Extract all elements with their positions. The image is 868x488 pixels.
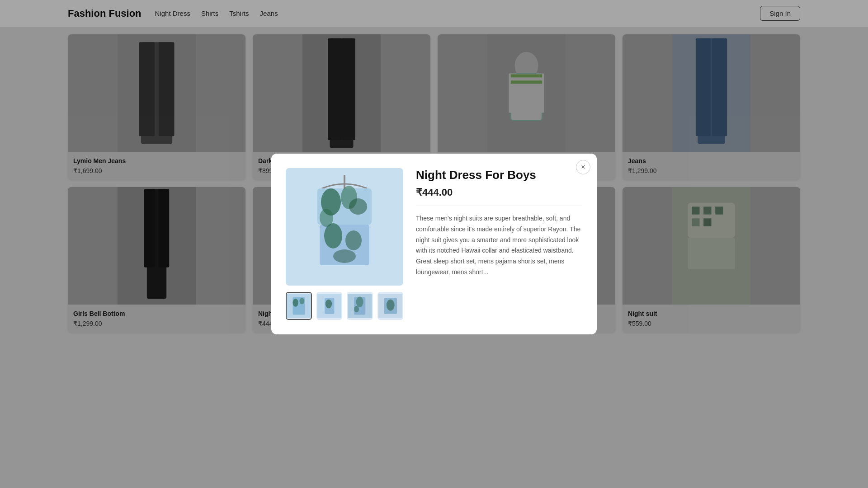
modal-product-price: ₹444.00 <box>416 187 582 198</box>
svg-point-52 <box>324 223 342 249</box>
thumbnail-1[interactable] <box>286 292 312 320</box>
svg-point-61 <box>325 300 331 309</box>
svg-point-50 <box>349 198 367 215</box>
modal-info-section: Night Dress For Boys ₹444.00 These men's… <box>416 168 582 320</box>
modal-overlay[interactable]: × <box>0 0 868 340</box>
svg-point-57 <box>292 299 298 307</box>
thumbnail-4[interactable] <box>377 292 404 320</box>
product-detail-modal: × <box>271 154 597 334</box>
svg-point-64 <box>356 296 363 307</box>
thumbnail-3[interactable] <box>347 292 373 320</box>
thumbnail-list <box>286 292 403 320</box>
modal-product-title: Night Dress For Boys <box>416 168 582 182</box>
modal-image-section <box>286 168 403 320</box>
svg-point-53 <box>345 230 362 250</box>
svg-rect-45 <box>344 175 345 188</box>
thumbnail-2[interactable] <box>316 292 343 320</box>
svg-point-65 <box>354 306 359 312</box>
modal-product-description: These men's night suits are super breath… <box>416 213 582 278</box>
close-button[interactable]: × <box>576 160 590 174</box>
svg-point-58 <box>300 298 305 304</box>
svg-point-68 <box>386 300 394 311</box>
modal-main-image <box>286 168 403 286</box>
modal-divider <box>416 206 582 206</box>
svg-point-54 <box>333 249 356 263</box>
